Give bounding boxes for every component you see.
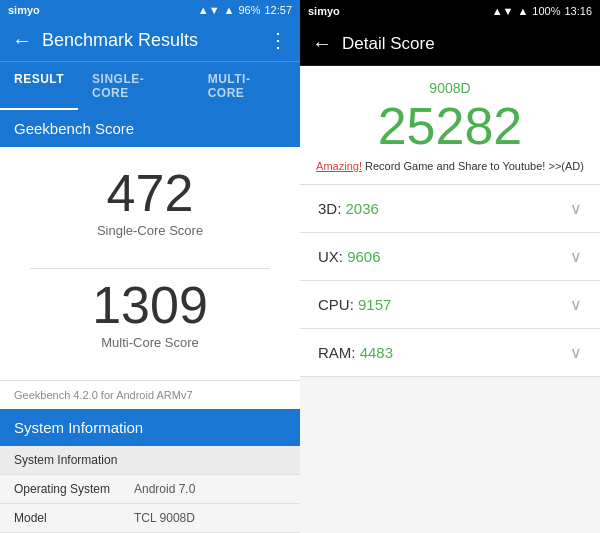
time-left: 12:57 bbox=[264, 4, 292, 16]
detail-ram-score: 4483 bbox=[360, 344, 393, 361]
signal-icon: ▲▼ bbox=[198, 4, 220, 16]
detail-cpu-score: 9157 bbox=[358, 296, 391, 313]
tabs-bar: RESULT SINGLE-CORE MULTI-CORE bbox=[0, 61, 300, 110]
detail-row-ram[interactable]: RAM: 4483 ∨ bbox=[300, 329, 600, 377]
carrier-left: simyo bbox=[8, 4, 40, 16]
detail-score-content: 9008D 25282 Amazing! Record Game and Sha… bbox=[300, 66, 600, 533]
tab-result[interactable]: RESULT bbox=[0, 62, 78, 110]
score-divider bbox=[30, 268, 270, 269]
wifi-icon-right: ▲ bbox=[517, 5, 528, 17]
ad-amazing-text[interactable]: Amazing! bbox=[316, 160, 362, 172]
chevron-cpu-icon: ∨ bbox=[570, 295, 582, 314]
geekbench-section-header: Geekbench Score bbox=[0, 110, 300, 147]
left-panel: simyo ▲▼ ▲ 96% 12:57 ← Benchmark Results… bbox=[0, 0, 300, 533]
more-menu-button[interactable]: ⋮ bbox=[268, 28, 288, 52]
detail-row-ram-label: RAM: 4483 bbox=[318, 344, 393, 361]
sys-row-model: Model TCL 9008D bbox=[0, 504, 300, 533]
status-bar-right: simyo ▲▼ ▲ 100% 13:16 bbox=[300, 0, 600, 22]
chevron-3d-icon: ∨ bbox=[570, 199, 582, 218]
sys-row-os: Operating System Android 7.0 bbox=[0, 475, 300, 504]
detail-row-ux[interactable]: UX: 9606 ∨ bbox=[300, 233, 600, 281]
battery-icon: 96% bbox=[238, 4, 260, 16]
detail-big-score: 25282 bbox=[316, 100, 584, 152]
sys-key-header: System Information bbox=[14, 453, 134, 467]
detail-3d-score: 2036 bbox=[346, 200, 379, 217]
time-right: 13:16 bbox=[564, 5, 592, 17]
status-icons-right: ▲▼ ▲ 100% 13:16 bbox=[492, 5, 592, 17]
detail-row-3d[interactable]: 3D: 2036 ∨ bbox=[300, 185, 600, 233]
system-info-table: System Information Operating System Andr… bbox=[0, 446, 300, 533]
battery-icon-right: 100% bbox=[532, 5, 560, 17]
back-button-right[interactable]: ← bbox=[312, 32, 332, 55]
multi-core-score-value: 1309 bbox=[92, 279, 208, 331]
detail-score-rows: 3D: 2036 ∨ UX: 9606 ∨ CPU: 9157 ∨ RAM: 4… bbox=[300, 185, 600, 533]
detail-row-cpu[interactable]: CPU: 9157 ∨ bbox=[300, 281, 600, 329]
detail-ux-score: 9606 bbox=[347, 248, 380, 265]
sys-val-os: Android 7.0 bbox=[134, 482, 195, 496]
sys-key-model: Model bbox=[14, 511, 134, 525]
status-bar-left: simyo ▲▼ ▲ 96% 12:57 bbox=[0, 0, 300, 19]
sys-val-model: TCL 9008D bbox=[134, 511, 195, 525]
toolbar-right: ← Detail Score bbox=[300, 22, 600, 66]
sys-key-os: Operating System bbox=[14, 482, 134, 496]
tab-multi-core[interactable]: MULTI-CORE bbox=[194, 62, 300, 110]
scores-area: 472 Single-Core Score 1309 Multi-Core Sc… bbox=[0, 147, 300, 380]
toolbar-left: ← Benchmark Results ⋮ bbox=[0, 19, 300, 61]
single-core-score-value: 472 bbox=[97, 167, 203, 219]
wifi-icon: ▲ bbox=[224, 4, 235, 16]
detail-row-ux-label: UX: 9606 bbox=[318, 248, 381, 265]
sys-row-header: System Information bbox=[0, 446, 300, 475]
toolbar-title-right: Detail Score bbox=[342, 34, 435, 54]
toolbar-title-left: Benchmark Results bbox=[42, 30, 258, 51]
geekbench-note: Geekbench 4.2.0 for Android ARMv7 bbox=[0, 380, 300, 409]
status-icons-left: ▲▼ ▲ 96% 12:57 bbox=[198, 4, 292, 16]
chevron-ux-icon: ∨ bbox=[570, 247, 582, 266]
system-info-header: System Information bbox=[0, 409, 300, 446]
signal-icon-right: ▲▼ bbox=[492, 5, 514, 17]
single-core-score-label: Single-Core Score bbox=[97, 223, 203, 238]
detail-model: 9008D bbox=[316, 80, 584, 96]
detail-row-3d-label: 3D: 2036 bbox=[318, 200, 379, 217]
chevron-ram-icon: ∨ bbox=[570, 343, 582, 362]
multi-core-score-label: Multi-Core Score bbox=[92, 335, 208, 350]
carrier-right: simyo bbox=[308, 5, 340, 17]
tab-single-core[interactable]: SINGLE-CORE bbox=[78, 62, 194, 110]
right-panel: simyo ▲▼ ▲ 100% 13:16 ← Detail Score 900… bbox=[300, 0, 600, 533]
ad-rest-text: Record Game and Share to Youtube! >>(AD) bbox=[365, 160, 584, 172]
detail-row-cpu-label: CPU: 9157 bbox=[318, 296, 391, 313]
single-core-score-block: 472 Single-Core Score bbox=[97, 167, 203, 238]
multi-core-score-block: 1309 Multi-Core Score bbox=[92, 279, 208, 350]
detail-top-box: 9008D 25282 Amazing! Record Game and Sha… bbox=[300, 66, 600, 185]
detail-ad-text: Amazing! Record Game and Share to Youtub… bbox=[316, 160, 584, 172]
back-button-left[interactable]: ← bbox=[12, 29, 32, 52]
